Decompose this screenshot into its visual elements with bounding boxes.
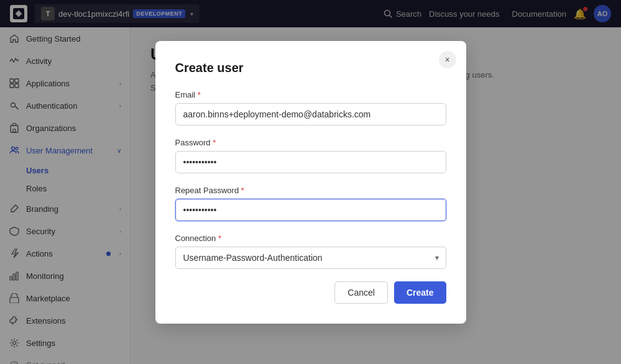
password-required-mark: *: [211, 138, 216, 147]
repeat-password-required-mark: *: [239, 186, 244, 195]
connection-label: Connection *: [175, 234, 446, 243]
email-input[interactable]: [175, 103, 446, 125]
connection-form-group: Connection * Username-Password-Authentic…: [175, 234, 446, 269]
modal-actions: Cancel Create: [175, 281, 446, 304]
password-label: Password *: [175, 138, 446, 147]
email-required-mark: *: [195, 90, 201, 99]
password-form-group: Password *: [175, 138, 446, 173]
repeat-password-form-group: Repeat Password *: [175, 186, 446, 221]
create-user-modal: Create user × Email * Password * Repeat …: [155, 41, 466, 324]
repeat-password-label: Repeat Password *: [175, 186, 446, 195]
modal-title: Create user: [175, 61, 446, 75]
password-input[interactable]: [175, 151, 446, 173]
connection-required-mark: *: [216, 234, 221, 243]
repeat-password-input[interactable]: [175, 199, 446, 221]
email-form-group: Email *: [175, 90, 446, 125]
email-label: Email *: [175, 90, 446, 99]
create-button[interactable]: Create: [394, 281, 446, 304]
connection-select[interactable]: Username-Password-Authentication: [175, 247, 446, 269]
connection-select-wrapper: Username-Password-Authentication ▾: [175, 247, 446, 269]
modal-close-button[interactable]: ×: [439, 51, 456, 68]
cancel-button[interactable]: Cancel: [334, 281, 388, 304]
modal-overlay: Create user × Email * Password * Repeat …: [0, 0, 621, 364]
